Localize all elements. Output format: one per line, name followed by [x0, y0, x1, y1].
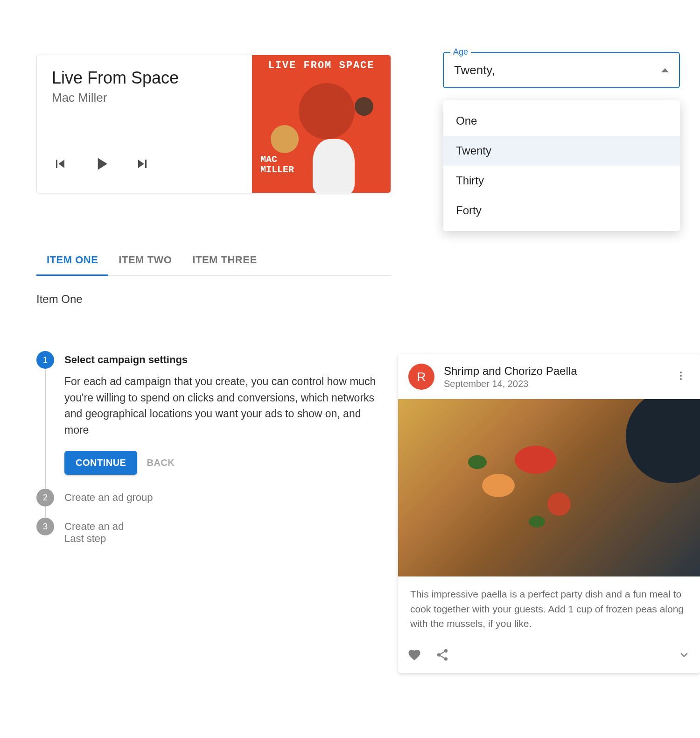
share-icon[interactable] — [435, 648, 449, 664]
recipe-date: September 14, 2023 — [444, 379, 662, 389]
step-2-title: Create an ad group — [64, 489, 382, 504]
select-option-twenty[interactable]: Twenty — [443, 136, 680, 166]
step-1-circle: 1 — [36, 351, 54, 369]
play-icon[interactable] — [91, 154, 112, 176]
recipe-body: This impressive paella is a perfect part… — [398, 576, 700, 641]
music-artist: Mac Miller — [52, 91, 237, 105]
recipe-image — [398, 399, 700, 576]
select-label: Age — [450, 47, 471, 57]
music-card: Live From Space Mac Miller LIVE FROM SPA… — [36, 55, 391, 193]
select-option-forty[interactable]: Forty — [443, 196, 680, 225]
svg-point-0 — [680, 372, 682, 373]
recipe-header: R Shrimp and Chorizo Paella September 14… — [398, 354, 700, 399]
music-info: Live From Space Mac Miller — [37, 55, 252, 193]
step-2-circle: 2 — [36, 489, 54, 506]
step-2: 2 Create an ad group — [36, 489, 382, 518]
select-option-thirty[interactable]: Thirty — [443, 166, 680, 196]
music-controls — [52, 154, 237, 180]
tab-item-three[interactable]: ITEM THREE — [182, 246, 267, 275]
tabs-bar: ITEM ONE ITEM TWO ITEM THREE — [36, 246, 391, 276]
album-art: LIVE FROM SPACE MAC MILLER — [252, 55, 391, 193]
avatar: R — [408, 364, 434, 390]
select-menu: One Twenty Thirty Forty — [443, 100, 680, 231]
step-1-title: Select campaign settings — [64, 351, 382, 366]
step-3-circle: 3 — [36, 518, 54, 535]
skip-next-icon[interactable] — [134, 155, 151, 174]
tab-panel: Item One — [36, 293, 391, 306]
step-3-subtitle: Last step — [64, 533, 382, 545]
step-connector — [45, 369, 46, 492]
tab-item-two[interactable]: ITEM TWO — [108, 246, 182, 275]
svg-point-1 — [680, 375, 682, 377]
chevron-down-icon[interactable] — [677, 648, 691, 664]
step-1: 1 Select campaign settings For each ad c… — [36, 351, 382, 489]
age-select[interactable]: Age Twenty, — [443, 52, 680, 88]
arrow-up-icon — [661, 68, 669, 72]
tabs: ITEM ONE ITEM TWO ITEM THREE Item One — [36, 246, 391, 306]
album-art-title: LIVE FROM SPACE — [252, 60, 391, 71]
svg-point-2 — [680, 378, 682, 380]
recipe-card: R Shrimp and Chorizo Paella September 14… — [398, 354, 700, 673]
stepper: 1 Select campaign settings For each ad c… — [36, 351, 382, 545]
more-vert-icon[interactable] — [672, 366, 690, 387]
heart-icon[interactable] — [407, 648, 421, 664]
continue-button[interactable]: CONTINUE — [64, 451, 137, 475]
tab-item-one[interactable]: ITEM ONE — [36, 246, 108, 276]
step-1-content: For each ad campaign that you create, yo… — [64, 373, 382, 438]
album-art-artist: MAC MILLER — [260, 155, 294, 175]
select-value: Twenty, — [454, 63, 495, 77]
step-3: 3 Create an ad Last step — [36, 518, 382, 545]
select-option-one[interactable]: One — [443, 106, 680, 136]
skip-previous-icon[interactable] — [52, 155, 69, 174]
step-3-title: Create an ad — [64, 518, 382, 533]
back-button[interactable]: BACK — [147, 457, 175, 468]
age-select-wrap: Age Twenty, One Twenty Thirty Forty — [443, 52, 680, 231]
recipe-title: Shrimp and Chorizo Paella — [444, 365, 662, 378]
recipe-actions — [398, 641, 700, 673]
music-title: Live From Space — [52, 68, 237, 88]
